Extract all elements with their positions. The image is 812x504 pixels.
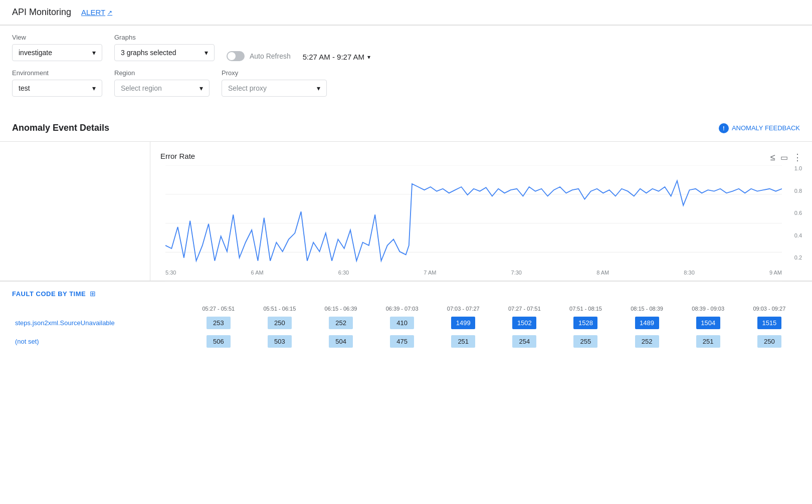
y-axis: 1.0 0.8 0.6 0.4 0.2 <box>787 165 802 261</box>
chart-right-panel: Error Rate ≤ ▭ ⋮ 1.0 0.8 <box>150 142 812 281</box>
legend-icon[interactable]: ≤ <box>770 152 775 163</box>
chart-container: Error Rate ≤ ▭ ⋮ 1.0 0.8 <box>0 142 812 281</box>
cell-0-1: 250 <box>249 314 310 332</box>
chevron-down-icon: ▾ <box>92 84 96 92</box>
controls-row-1: View investigate ▾ Graphs 3 graphs selec… <box>12 34 800 61</box>
col-header-1: 05:51 - 06:15 <box>249 304 310 314</box>
chart-title: Error Rate <box>160 152 802 160</box>
cell-1-3: 475 <box>371 332 433 351</box>
fault-table-wrapper: 05:27 - 05:51 05:51 - 06:15 06:15 - 06:3… <box>0 304 812 351</box>
cell-0-6: 1528 <box>555 314 616 332</box>
page-header: API Monitoring ALERT ↗ <box>0 0 812 25</box>
col-header-label <box>12 304 188 314</box>
controls-section: View investigate ▾ Graphs 3 graphs selec… <box>0 26 812 115</box>
col-header-3: 06:39 - 07:03 <box>371 304 433 314</box>
col-header-6: 07:51 - 08:15 <box>555 304 616 314</box>
export-icon[interactable]: ⊞ <box>90 290 96 298</box>
cell-0-7: 1489 <box>617 314 678 332</box>
table-header-row: 05:27 - 05:51 05:51 - 06:15 06:15 - 06:3… <box>12 304 800 314</box>
cell-0-2: 252 <box>310 314 371 332</box>
chevron-down-icon: ▾ <box>205 49 208 57</box>
auto-refresh-toggle[interactable] <box>227 51 245 61</box>
controls-row-2: Environment test ▾ Region Select region … <box>12 69 800 97</box>
region-label: Region <box>114 69 210 77</box>
fault-table-title: FAULT CODE BY TIME <box>12 290 86 298</box>
cell-1-2: 504 <box>310 332 371 351</box>
fault-table-header: FAULT CODE BY TIME ⊞ <box>0 281 812 304</box>
cell-0-4: 1499 <box>433 314 494 332</box>
proxy-control: Proxy Select proxy ▾ <box>222 69 327 97</box>
cell-1-4: 251 <box>433 332 494 351</box>
anomaly-icon: ! <box>719 123 729 133</box>
expand-icon[interactable]: ▭ <box>780 153 788 162</box>
cell-1-0: 506 <box>188 332 249 351</box>
graphs-control: Graphs 3 graphs selected ▾ <box>114 34 215 61</box>
environment-label: Environment <box>12 69 102 77</box>
region-select[interactable]: Select region ▾ <box>114 80 210 97</box>
col-header-4: 07:03 - 07:27 <box>433 304 494 314</box>
error-rate-chart <box>165 165 782 283</box>
chart-toolbar: ≤ ▭ ⋮ <box>770 152 802 163</box>
row-label-0: steps.json2xml.SourceUnavailable <box>12 314 188 332</box>
page-title: API Monitoring <box>12 7 71 18</box>
alert-link[interactable]: ALERT ↗ <box>81 8 112 17</box>
col-header-0: 05:27 - 05:51 <box>188 304 249 314</box>
graphs-select[interactable]: 3 graphs selected ▾ <box>114 44 215 61</box>
toggle-slider <box>227 51 245 61</box>
view-select[interactable]: investigate ▾ <box>12 44 102 61</box>
environment-select[interactable]: test ▾ <box>12 80 102 97</box>
cell-0-8: 1504 <box>678 314 739 332</box>
view-label: View <box>12 34 102 41</box>
proxy-label: Proxy <box>222 69 327 77</box>
view-control: View investigate ▾ <box>12 34 102 61</box>
col-header-2: 06:15 - 06:39 <box>310 304 371 314</box>
chart-left-panel <box>0 142 150 281</box>
anomaly-section-header: Anomaly Event Details ! ANOMALY FEEDBACK <box>0 115 812 142</box>
cell-1-7: 252 <box>617 332 678 351</box>
fault-table-section: FAULT CODE BY TIME ⊞ 05:27 - 05:51 05:51… <box>0 281 812 351</box>
cell-0-9: 1515 <box>739 314 800 332</box>
anomaly-section-title: Anomaly Event Details <box>12 123 109 133</box>
environment-control: Environment test ▾ <box>12 69 102 97</box>
cell-0-3: 410 <box>371 314 433 332</box>
cell-1-8: 251 <box>678 332 739 351</box>
chart-area: 1.0 0.8 0.6 0.4 0.2 5:30 6 AM 6:30 7 AM … <box>160 165 802 276</box>
fault-data-table: 05:27 - 05:51 05:51 - 06:15 06:15 - 06:3… <box>12 304 800 351</box>
col-header-7: 08:15 - 08:39 <box>617 304 678 314</box>
chevron-down-icon: ▾ <box>199 84 203 92</box>
table-row: steps.json2xml.SourceUnavailable 253 250… <box>12 314 800 332</box>
x-axis: 5:30 6 AM 6:30 7 AM 7:30 8 AM 8:30 9 AM <box>165 270 782 276</box>
chevron-down-icon: ▾ <box>92 49 96 57</box>
cell-0-0: 253 <box>188 314 249 332</box>
auto-refresh-label: Auto Refresh <box>250 52 291 60</box>
anomaly-feedback-button[interactable]: ! ANOMALY FEEDBACK <box>719 123 800 133</box>
cell-1-6: 255 <box>555 332 616 351</box>
auto-refresh-group: Auto Refresh <box>227 51 291 61</box>
cell-1-1: 503 <box>249 332 310 351</box>
table-row: (not set) 506 503 504 475 251 254 255 25… <box>12 332 800 351</box>
region-control: Region Select region ▾ <box>114 69 210 97</box>
more-options-icon[interactable]: ⋮ <box>793 152 802 163</box>
col-header-9: 09:03 - 09:27 <box>739 304 800 314</box>
col-header-5: 07:27 - 07:51 <box>494 304 555 314</box>
cell-1-9: 250 <box>739 332 800 351</box>
chevron-down-icon: ▾ <box>367 54 370 61</box>
row-label-1: (not set) <box>12 332 188 351</box>
cell-0-5: 1502 <box>494 314 555 332</box>
time-range-selector[interactable]: 5:27 AM - 9:27 AM ▾ <box>303 53 370 61</box>
proxy-select[interactable]: Select proxy ▾ <box>222 80 327 97</box>
external-link-icon: ↗ <box>107 9 112 16</box>
cell-1-5: 254 <box>494 332 555 351</box>
col-header-8: 08:39 - 09:03 <box>678 304 739 314</box>
chevron-down-icon: ▾ <box>317 84 320 92</box>
graphs-label: Graphs <box>114 34 215 41</box>
